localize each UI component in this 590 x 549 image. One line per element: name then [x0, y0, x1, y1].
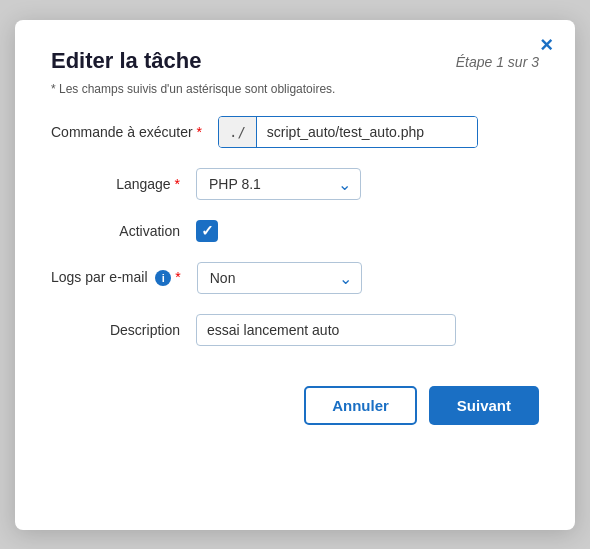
language-row: Langage * PHP 8.1 PHP 8.0 PHP 7.4 ⌄	[51, 168, 539, 200]
language-select[interactable]: PHP 8.1 PHP 8.0 PHP 7.4	[196, 168, 361, 200]
modal-header: Editer la tâche Étape 1 sur 3	[51, 48, 539, 74]
activation-checkbox-wrap[interactable]: ✓	[196, 220, 218, 242]
required-note: * Les champs suivis d'un astérisque sont…	[51, 82, 539, 96]
command-label: Commande à exécuter *	[51, 124, 218, 140]
logs-label: Logs par e-mail i *	[51, 269, 197, 286]
description-label: Description	[51, 322, 196, 338]
command-prefix: ./	[219, 117, 257, 147]
activation-row: Activation ✓	[51, 220, 539, 242]
modal-overlay: × Editer la tâche Étape 1 sur 3 * Les ch…	[0, 0, 590, 549]
logs-select-wrap: Non Oui ⌄	[197, 262, 362, 294]
command-input[interactable]	[257, 117, 477, 147]
modal-footer: Annuler Suivant	[51, 376, 539, 425]
logs-row: Logs par e-mail i * Non Oui ⌄	[51, 262, 539, 294]
modal-title: Editer la tâche	[51, 48, 201, 74]
next-button[interactable]: Suivant	[429, 386, 539, 425]
command-row: Commande à exécuter * ./	[51, 116, 539, 148]
info-icon: i	[155, 270, 171, 286]
activation-checkbox[interactable]: ✓	[196, 220, 218, 242]
modal-dialog: × Editer la tâche Étape 1 sur 3 * Les ch…	[15, 20, 575, 530]
close-button[interactable]: ×	[534, 32, 559, 58]
required-star: *	[197, 124, 202, 140]
checkmark-icon: ✓	[201, 223, 214, 238]
command-input-wrap: ./	[218, 116, 478, 148]
language-label: Langage *	[51, 176, 196, 192]
description-input[interactable]	[196, 314, 456, 346]
cancel-button[interactable]: Annuler	[304, 386, 417, 425]
modal-step: Étape 1 sur 3	[456, 54, 539, 70]
description-row: Description	[51, 314, 539, 346]
language-select-wrap: PHP 8.1 PHP 8.0 PHP 7.4 ⌄	[196, 168, 361, 200]
activation-label: Activation	[51, 223, 196, 239]
logs-select[interactable]: Non Oui	[197, 262, 362, 294]
required-star-logs: *	[175, 269, 180, 285]
required-star-lang: *	[175, 176, 180, 192]
